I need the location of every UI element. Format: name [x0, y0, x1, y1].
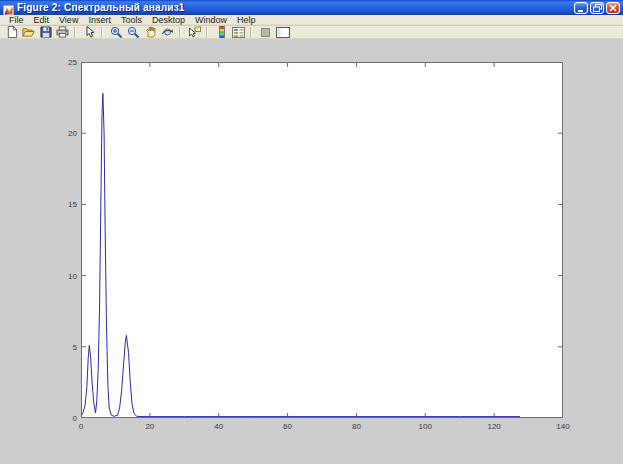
y-tick-label: 10 — [53, 272, 77, 281]
show-plot-tools-button[interactable] — [274, 26, 291, 39]
zoom-in-icon — [110, 26, 123, 39]
open-folder-icon — [22, 26, 35, 38]
toolbar-separator — [179, 27, 184, 38]
x-tick-label: 60 — [276, 422, 300, 431]
x-tick-label: 0 — [69, 422, 93, 431]
zoom-out-button[interactable] — [125, 26, 142, 39]
close-icon — [609, 4, 617, 12]
save-floppy-icon — [40, 26, 52, 38]
window-title: Figure 2: Спектральный анализ1 — [17, 1, 574, 15]
x-tick-label: 40 — [207, 422, 231, 431]
minimize-icon — [577, 4, 585, 12]
menu-view[interactable]: View — [54, 15, 83, 25]
menu-tools[interactable]: Tools — [116, 15, 147, 25]
data-cursor-icon — [188, 26, 201, 38]
edit-plot-button[interactable] — [81, 26, 98, 39]
zoom-in-button[interactable] — [108, 26, 125, 39]
restore-icon — [593, 4, 602, 12]
axes-plot[interactable] — [81, 62, 563, 418]
figure-window: Figure 2: Спектральный анализ1 File — [0, 0, 623, 464]
open-file-button[interactable] — [20, 26, 37, 39]
menu-desktop[interactable]: Desktop — [147, 15, 190, 25]
y-tick-label: 0 — [53, 414, 77, 423]
hide-plot-tools-icon — [260, 27, 271, 38]
rotate-3d-button[interactable] — [159, 26, 176, 39]
new-document-icon — [6, 26, 18, 38]
new-figure-button[interactable] — [3, 26, 20, 39]
legend-icon — [232, 27, 245, 38]
menubar: File Edit View Insert Tools Desktop Wind… — [0, 15, 623, 25]
close-button[interactable] — [606, 2, 620, 14]
y-tick-label: 5 — [53, 343, 77, 352]
x-tick-label: 100 — [413, 422, 437, 431]
save-figure-button[interactable] — [37, 26, 54, 39]
menu-file[interactable]: File — [4, 15, 29, 25]
insert-legend-button[interactable] — [230, 26, 247, 39]
matlab-figure-icon — [3, 2, 14, 13]
x-tick-label: 140 — [551, 422, 575, 431]
printer-icon — [56, 26, 69, 38]
x-tick-label: 80 — [344, 422, 368, 431]
figure-canvas: 0204060801001201400510152025 — [0, 40, 623, 464]
restore-button[interactable] — [590, 2, 604, 14]
menu-help[interactable]: Help — [232, 15, 261, 25]
x-tick-label: 20 — [138, 422, 162, 431]
insert-colorbar-button[interactable] — [213, 26, 230, 39]
figure-toolbar — [0, 26, 623, 39]
y-tick-label: 20 — [53, 129, 77, 138]
axes-background — [81, 62, 563, 418]
data-cursor-button[interactable] — [186, 26, 203, 39]
y-tick-label: 15 — [53, 200, 77, 209]
rotate-3d-icon — [161, 26, 174, 38]
window-controls — [574, 2, 620, 14]
pan-button[interactable] — [142, 26, 159, 39]
colorbar-icon — [217, 26, 227, 38]
toolbar-separator — [250, 27, 255, 38]
x-tick-label: 120 — [482, 422, 506, 431]
show-plot-tools-icon — [276, 27, 290, 38]
menu-insert[interactable]: Insert — [83, 15, 116, 25]
hide-plot-tools-button[interactable] — [257, 26, 274, 39]
zoom-out-icon — [127, 26, 140, 39]
toolbar-separator — [101, 27, 106, 38]
menu-edit[interactable]: Edit — [29, 15, 55, 25]
y-tick-label: 25 — [53, 58, 77, 67]
pan-hand-icon — [145, 26, 157, 38]
print-figure-button[interactable] — [54, 26, 71, 39]
edit-arrow-icon — [84, 26, 95, 38]
minimize-button[interactable] — [574, 2, 588, 14]
toolbar-separator — [74, 27, 79, 38]
titlebar[interactable]: Figure 2: Спектральный анализ1 — [0, 0, 623, 15]
toolbar-separator — [206, 27, 211, 38]
menu-window[interactable]: Window — [190, 15, 232, 25]
